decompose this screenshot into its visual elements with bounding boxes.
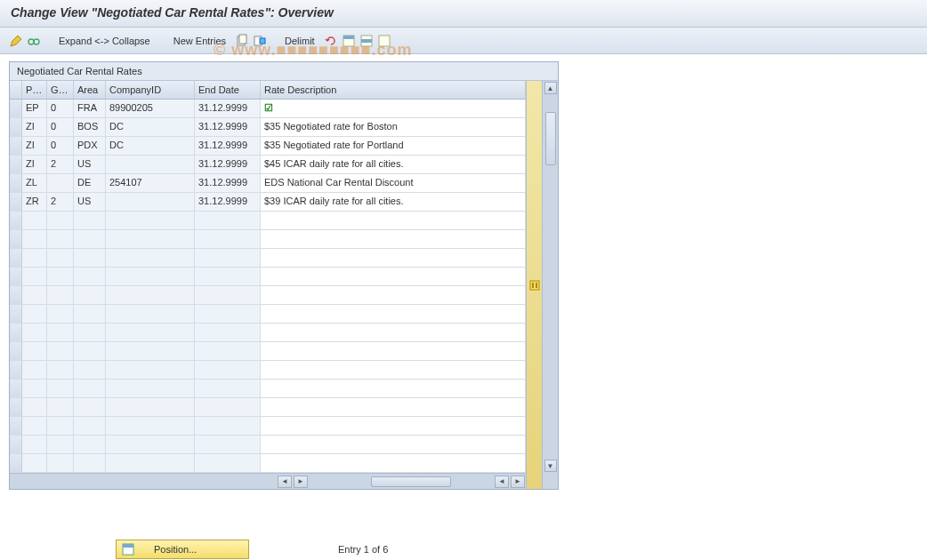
cell-area[interactable]: FRA [74,100,106,117]
cell-company[interactable]: DC [106,137,195,155]
table-row-empty[interactable] [10,305,526,324]
column-header-end-date[interactable]: End Date [195,81,261,99]
cell-end-date[interactable]: 31.12.9999 [195,174,261,192]
table-row-empty[interactable] [10,324,526,342]
column-header-description[interactable]: Rate Description [261,81,526,99]
table-row-empty[interactable] [10,286,526,305]
table-row[interactable]: ZLDE25410731.12.9999EDS National Car Ren… [10,174,526,193]
row-selector[interactable] [10,436,22,453]
row-selector[interactable] [10,156,22,173]
delete-icon[interactable] [253,34,267,48]
column-header-area[interactable]: Area [74,81,106,99]
scroll-thumb[interactable] [371,476,451,487]
table-row-empty[interactable] [10,212,526,230]
table-row[interactable]: ZI0BOSDC31.12.9999$35 Negotiated rate fo… [10,118,526,137]
row-selector[interactable] [10,361,22,379]
cell-area[interactable]: US [74,193,106,211]
position-button[interactable]: Position... [116,540,249,559]
row-selector[interactable] [10,286,22,304]
scroll-right2-icon[interactable]: ► [511,476,525,488]
cell-geo[interactable]: 0 [47,100,74,117]
table-row-empty[interactable] [10,454,526,473]
row-selector[interactable] [10,100,22,117]
cell-description[interactable]: $45 ICAR daily rate for all cities. [261,156,526,173]
cell-geo[interactable]: 2 [47,193,74,211]
scroll-down-icon[interactable]: ▼ [544,460,557,472]
table-row-empty[interactable] [10,342,526,361]
table-row-empty[interactable] [10,398,526,417]
table-row-empty[interactable] [10,361,526,380]
cell-provider[interactable]: ZI [22,137,47,155]
cell-end-date[interactable]: 31.12.9999 [195,156,261,173]
table-row[interactable]: EP0FRA8990020531.12.9999☑ [10,100,526,118]
deselect-all-icon[interactable] [377,34,391,48]
table-row-empty[interactable] [10,249,526,268]
scroll-right-icon[interactable]: ► [294,476,308,488]
expand-collapse-button[interactable]: Expand <-> Collapse [53,33,156,49]
row-selector[interactable] [10,454,22,472]
row-selector[interactable] [10,305,22,323]
cell-provider[interactable]: ZR [22,193,47,211]
cell-area[interactable]: BOS [74,118,106,136]
cell-company[interactable]: 89900205 [106,100,195,117]
row-selector[interactable] [10,398,22,416]
column-header-geo[interactable]: Ge... [47,81,74,99]
cell-company[interactable] [106,193,195,211]
cell-area[interactable]: DE [74,174,106,192]
cell-end-date[interactable]: 31.12.9999 [195,100,261,117]
vertical-scrollbar[interactable]: ▲ ▼ [542,81,558,489]
column-header-provider[interactable]: Pr... [22,81,47,99]
cell-area[interactable]: US [74,156,106,173]
row-selector[interactable] [10,380,22,397]
row-selector[interactable] [10,118,22,136]
column-header-company[interactable]: CompanyID [106,81,195,99]
table-row-empty[interactable] [10,230,526,249]
cell-company[interactable]: DC [106,118,195,136]
cell-description[interactable]: $35 Negotiated rate for Portland [261,137,526,155]
cell-provider[interactable]: ZL [22,174,47,192]
undo-icon[interactable] [324,34,338,48]
row-selector[interactable] [10,212,22,229]
row-selector[interactable] [10,193,22,211]
select-all-icon[interactable] [342,34,356,48]
table-row-empty[interactable] [10,380,526,398]
table-row-empty[interactable] [10,268,526,286]
table-row[interactable]: ZI0PDXDC31.12.9999$35 Negotiated rate fo… [10,137,526,156]
scroll-up-icon[interactable]: ▲ [544,82,557,94]
table-row[interactable]: ZI2US31.12.9999$45 ICAR daily rate for a… [10,156,526,174]
cell-geo[interactable]: 2 [47,156,74,173]
horizontal-scrollbar[interactable]: ◄ ► ◄ ► [10,473,526,489]
delimit-button[interactable]: Delimit [279,33,320,49]
cell-provider[interactable]: EP [22,100,47,117]
table-row-empty[interactable] [10,436,526,454]
cell-provider[interactable]: ZI [22,118,47,136]
cell-end-date[interactable]: 31.12.9999 [195,118,261,136]
vscroll-thumb[interactable] [545,112,556,165]
cell-description[interactable]: EDS National Car Rental Discount [261,174,526,192]
scroll-left-icon[interactable]: ◄ [278,476,292,488]
row-selector[interactable] [10,174,22,192]
cell-geo[interactable]: 0 [47,137,74,155]
scroll-left2-icon[interactable]: ◄ [495,476,509,488]
copy-icon[interactable] [235,34,249,48]
cell-description[interactable]: $35 Negotiated rate for Boston [261,118,526,136]
cell-end-date[interactable]: 31.12.9999 [195,193,261,211]
row-selector[interactable] [10,137,22,155]
cell-provider[interactable]: ZI [22,156,47,173]
new-entries-button[interactable]: New Entries [168,33,231,49]
pencil-icon[interactable] [9,34,23,48]
cell-area[interactable]: PDX [74,137,106,155]
row-selector[interactable] [10,324,22,341]
table-row-empty[interactable] [10,417,526,436]
cell-description[interactable]: ☑ [261,100,526,117]
row-selector[interactable] [10,417,22,435]
cell-geo[interactable]: 0 [47,118,74,136]
row-selector[interactable] [10,249,22,267]
cell-company[interactable]: 254107 [106,174,195,192]
cell-geo[interactable] [47,174,74,192]
table-settings-icon[interactable] [526,81,542,489]
select-block-icon[interactable] [359,34,374,48]
row-selector[interactable] [10,230,22,248]
cell-end-date[interactable]: 31.12.9999 [195,137,261,155]
cell-company[interactable] [106,156,195,173]
